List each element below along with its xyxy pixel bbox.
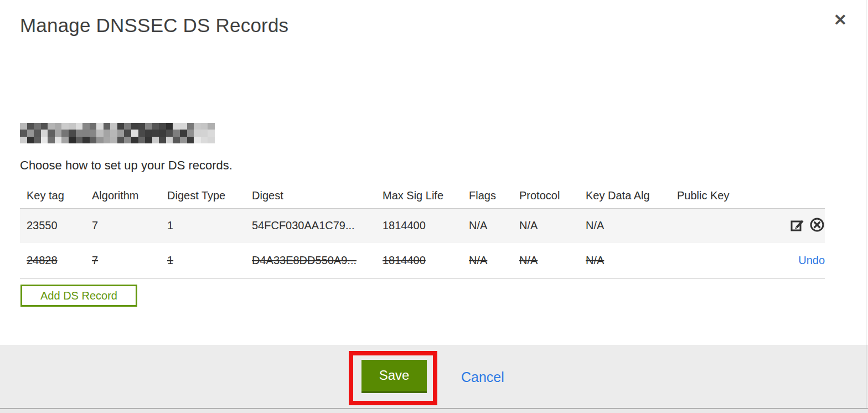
close-icon: ✕	[834, 11, 847, 29]
cell-digest: 54FCF030AA1C79...	[245, 209, 376, 243]
annotation-highlight-box: Save	[349, 351, 437, 405]
undo-link[interactable]: Undo	[798, 254, 825, 266]
edit-icon	[790, 226, 805, 234]
col-header-algorithm: Algorithm	[85, 183, 161, 209]
save-button[interactable]: Save	[361, 360, 427, 393]
cell-public-key	[670, 243, 774, 279]
page-right-border	[866, 0, 866, 409]
cell-key-data-alg: N/A	[579, 243, 670, 279]
close-button[interactable]: ✕	[830, 10, 850, 30]
cell-max-sig-life: 1814400	[376, 243, 462, 279]
col-header-digest: Digest	[245, 183, 376, 209]
cell-algorithm: 7	[85, 243, 161, 279]
table-row: 23550 7 1 54FCF030AA1C79... 1814400 N/A …	[20, 209, 825, 243]
instruction-text: Choose how to set up your DS records.	[20, 158, 232, 173]
col-header-digest-type: Digest Type	[161, 183, 245, 209]
cell-digest-type: 1	[161, 243, 245, 279]
col-header-public-key: Public Key	[670, 183, 774, 209]
cell-flags: N/A	[462, 243, 513, 279]
row-actions: Undo	[774, 243, 825, 279]
page-title: Manage DNSSEC DS Records	[20, 14, 288, 37]
delete-record-button[interactable]	[809, 217, 825, 234]
col-header-max-sig-life: Max Sig Life	[376, 183, 462, 209]
cell-key-tag: 23550	[20, 209, 85, 243]
col-header-key-data-alg: Key Data Alg	[579, 183, 670, 209]
cell-digest-type: 1	[161, 209, 245, 243]
row-actions	[774, 209, 825, 243]
col-header-key-tag: Key tag	[20, 183, 85, 209]
cell-key-data-alg: N/A	[579, 209, 670, 243]
page-bottom-strip	[0, 409, 868, 413]
col-header-protocol: Protocol	[513, 183, 579, 209]
col-header-actions	[774, 183, 825, 209]
cell-algorithm: 7	[85, 209, 161, 243]
add-ds-record-button[interactable]: Add DS Record	[20, 285, 137, 307]
col-header-flags: Flags	[462, 183, 513, 209]
cell-key-tag: 24828	[20, 243, 85, 279]
cancel-link[interactable]: Cancel	[461, 369, 504, 385]
cell-protocol: N/A	[513, 209, 579, 243]
cell-public-key	[670, 209, 774, 243]
redacted-domain-name	[20, 123, 215, 143]
modal-footer: Save Cancel	[0, 345, 868, 409]
dnssec-ds-records-modal: Manage DNSSEC DS Records ✕ Choose how to…	[0, 0, 868, 413]
delete-icon	[809, 226, 825, 234]
cell-digest: D4A33E8DD550A9...	[245, 243, 376, 279]
ds-records-table: Key tag Algorithm Digest Type Digest Max…	[20, 183, 825, 279]
cell-flags: N/A	[462, 209, 513, 243]
table-row-deleted: 24828 7 1 D4A33E8DD550A9... 1814400 N/A …	[20, 243, 825, 279]
cell-protocol: N/A	[513, 243, 579, 279]
edit-record-button[interactable]	[790, 218, 805, 234]
cell-max-sig-life: 1814400	[376, 209, 462, 243]
table-header-row: Key tag Algorithm Digest Type Digest Max…	[20, 183, 825, 209]
